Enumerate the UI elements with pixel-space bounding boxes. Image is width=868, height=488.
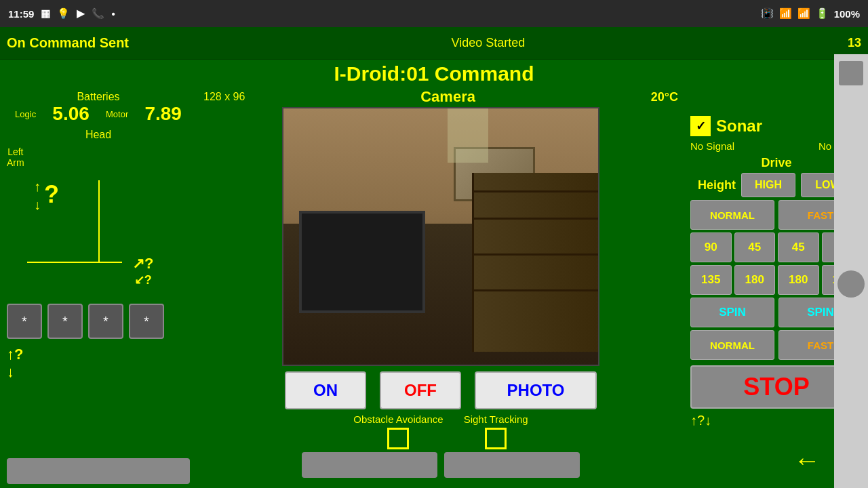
wifi-icon: 📶: [779, 7, 792, 20]
camera-panel: 128 x 96 Camera 20°C: [197, 87, 685, 488]
youtube-icon: ▶: [77, 7, 85, 20]
angle-180-2[interactable]: 180: [778, 265, 819, 295]
angle-135-1[interactable]: 135: [690, 265, 732, 295]
left-arm-label: LeftArm: [7, 146, 24, 168]
room-window: [448, 108, 488, 163]
arrow-down-icon: ↓: [34, 197, 41, 213]
camera-info-row: 128 x 96 Camera 20°C: [199, 87, 682, 107]
room-tv: [299, 211, 425, 313]
obstacle-avoidance-label: Obstacle Avoidance: [353, 413, 443, 425]
angle-45-2[interactable]: 45: [778, 232, 819, 262]
logic-value: 5.06: [52, 103, 90, 125]
sonar-label: Sonar: [716, 117, 762, 136]
bottom-camera-sliders: [199, 452, 682, 478]
signal-icon: 📶: [797, 7, 810, 20]
camera-temperature: 20°C: [651, 90, 678, 104]
camera-slider-1[interactable]: [302, 452, 437, 478]
signal-1-label: No Signal: [690, 140, 734, 152]
scroll-thumb-top[interactable]: [839, 61, 863, 85]
head-question-mark: ?: [44, 180, 59, 209]
on-command-sent-label: On Command Sent: [7, 35, 129, 51]
height-label: Height: [698, 178, 736, 192]
head-vertical-line: [98, 180, 100, 262]
left-arm-question: ↑?↓: [7, 346, 190, 381]
motor-label: Motor: [106, 109, 128, 119]
battery-row: Logic 5.06 Motor 7.89: [7, 103, 190, 125]
sight-tracking-label: Sight Tracking: [464, 413, 528, 425]
star-button-4[interactable]: *: [129, 304, 164, 339]
message-icon: ▦: [41, 7, 50, 20]
angle-45-1[interactable]: 45: [734, 232, 776, 262]
room-scene: [283, 108, 598, 365]
main-title: I-Droid:01 Command: [334, 62, 534, 85]
scrollbar-area: ◀: [834, 54, 868, 488]
battery-percent: 100%: [834, 8, 860, 20]
camera-resolution: 128 x 96: [203, 91, 245, 103]
logic-label: Logic: [15, 109, 36, 119]
photo-button[interactable]: PHOTO: [475, 371, 597, 409]
video-started-label: Video Started: [452, 36, 526, 50]
angle-90-1[interactable]: 90: [690, 232, 732, 262]
control-buttons-row: ON OFF PHOTO: [199, 371, 682, 409]
content-area: Batteries Logic 5.06 Motor 7.89 Head Lef…: [0, 87, 868, 488]
star-buttons-row: * * * *: [7, 304, 190, 339]
spin-button-1[interactable]: SPIN: [690, 298, 774, 327]
vibrate-icon: 📳: [761, 7, 774, 20]
app-container: On Command Sent Video Started 13 I-Droid…: [0, 27, 868, 488]
status-right: 📳 📶 📶 🔋 100%: [761, 7, 860, 20]
room-shelves: [472, 173, 598, 352]
obstacle-avoidance-checkbox[interactable]: [387, 428, 409, 449]
scroll-circle[interactable]: [837, 270, 865, 298]
status-bar: 11:59 ▦ 💡 ▶ 📞 • 📳 📶 📶 🔋 100%: [0, 0, 868, 27]
off-button[interactable]: OFF: [380, 371, 461, 409]
bottom-sliders: [7, 458, 190, 484]
angle-180-1[interactable]: 180: [734, 265, 776, 295]
phone-icon: 📞: [92, 7, 104, 20]
title-row: I-Droid:01 Command: [0, 60, 868, 87]
top-bar: On Command Sent Video Started 13: [0, 27, 868, 60]
sonar-checkbox[interactable]: ✓: [690, 116, 711, 136]
camera-feed: [282, 107, 599, 366]
high-button[interactable]: HIGH: [741, 173, 795, 197]
arrow-up-icon: ↑: [34, 179, 41, 195]
head-label: Head: [7, 129, 190, 141]
batteries-label: Batteries: [7, 91, 190, 103]
tracking-row: Obstacle Avoidance Sight Tracking: [353, 413, 528, 449]
normal-button-1[interactable]: NORMAL: [690, 200, 774, 230]
obstacle-avoidance-section: Obstacle Avoidance: [353, 413, 443, 449]
left-panel: Batteries Logic 5.06 Motor 7.89 Head Lef…: [0, 87, 197, 488]
left-slider-1[interactable]: [7, 458, 190, 484]
frame-count: 13: [848, 36, 861, 50]
back-arrow-icon[interactable]: ◀: [843, 483, 860, 488]
body-question-mark: ↗? ↙?: [132, 255, 153, 287]
camera-label: Camera: [420, 88, 475, 106]
camera-slider-2[interactable]: [444, 452, 580, 478]
time-display: 11:59: [8, 8, 34, 20]
dot-icon: •: [111, 8, 115, 20]
sight-tracking-section: Sight Tracking: [464, 413, 528, 449]
arrow-left-bottom: ←: [793, 445, 821, 476]
star-button-2[interactable]: *: [47, 304, 83, 339]
normal-button-2[interactable]: NORMAL: [690, 330, 774, 360]
battery-icon: 🔋: [816, 7, 829, 20]
bulb-icon: 💡: [57, 7, 70, 20]
batteries-section: Batteries Logic 5.06 Motor 7.89: [7, 91, 190, 125]
motor-value: 7.89: [144, 103, 182, 125]
status-left: 11:59 ▦ 💡 ▶ 📞 •: [8, 7, 115, 20]
star-button-3[interactable]: *: [88, 304, 123, 339]
arm-indicators: LeftArm: [7, 146, 190, 168]
sight-tracking-checkbox[interactable]: [485, 428, 507, 449]
on-button[interactable]: ON: [285, 371, 366, 409]
star-button-1[interactable]: *: [7, 304, 42, 339]
head-control-area: ↑ ↓ ? ↗? ↙?: [7, 174, 190, 296]
head-horizontal-line: [27, 262, 122, 263]
